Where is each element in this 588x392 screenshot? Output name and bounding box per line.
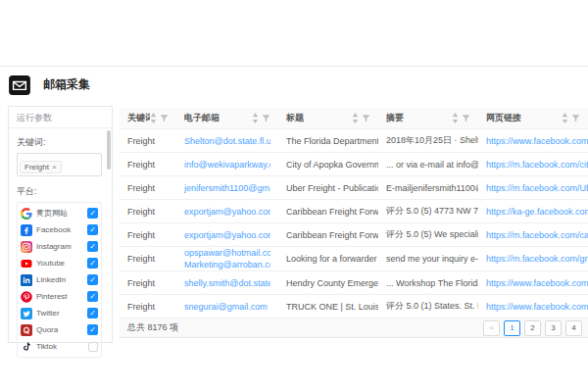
quora-icon bbox=[21, 324, 32, 336]
table-row[interactable]: Freightopspawar@hotmail.comMarketing@arr… bbox=[120, 247, 588, 271]
filter-icon[interactable] bbox=[262, 114, 270, 122]
platform-checkbox[interactable]: ✓ bbox=[87, 224, 98, 235]
cell-title: Caribbean Freight Forwarders, Inc... bbox=[278, 230, 378, 240]
platform-checkbox[interactable]: ✓ bbox=[87, 274, 98, 285]
pagination-page-3[interactable]: 3 bbox=[545, 320, 562, 336]
platform-item[interactable]: Quora✓ bbox=[21, 321, 98, 338]
platform-name: Tiktok bbox=[36, 342, 84, 351]
platform-item[interactable]: LinkedIn✓ bbox=[21, 271, 98, 288]
table-row[interactable]: Freightexportjam@yahoo.comCaribbean Frei… bbox=[120, 200, 588, 223]
platform-checkbox[interactable]: ✓ bbox=[87, 258, 98, 269]
platform-list: 黄页网站✓Facebook✓Instagram✓Youtube✓LinkedIn… bbox=[17, 202, 102, 358]
cell-email: snegurai@gmail.com bbox=[176, 301, 278, 313]
cell-link[interactable]: https://m.facebook.com/groups/... bbox=[478, 254, 588, 264]
platform-item[interactable]: Facebook✓ bbox=[21, 221, 98, 238]
platform-name: 黄页网站 bbox=[36, 208, 83, 219]
cell-link[interactable]: https://www.facebook.com/truck... bbox=[478, 302, 588, 312]
platform-item[interactable]: Tiktok bbox=[21, 338, 98, 355]
sorter-icon[interactable] bbox=[352, 113, 359, 123]
platform-checkbox[interactable]: ✓ bbox=[87, 208, 98, 219]
cell-link[interactable]: https://m.facebook.com/caribbea... bbox=[478, 230, 588, 240]
platform-item[interactable]: Pinterest✓ bbox=[21, 288, 98, 305]
filter-icon[interactable] bbox=[362, 114, 370, 122]
cell-title: TRUCK ONE | St. Louis MO - Face... bbox=[278, 302, 378, 312]
page-title: 邮箱采集 bbox=[43, 76, 90, 93]
cell-summary: 评分 5.0 (1) States. St. Louis. MO. ... bbox=[378, 300, 478, 313]
email-link[interactable]: exportjam@yahoo.com bbox=[184, 206, 270, 218]
column-title: 标题 bbox=[286, 112, 304, 124]
column-header: 标题 bbox=[278, 108, 378, 128]
pagination-page-2[interactable]: 2 bbox=[524, 320, 541, 336]
tag-close-icon[interactable]: × bbox=[52, 163, 57, 172]
platform-checkbox[interactable]: ✓ bbox=[87, 241, 98, 252]
column-header-icons bbox=[150, 113, 169, 123]
scrollbar-thumb[interactable] bbox=[107, 130, 111, 170]
mail-icon bbox=[9, 75, 30, 95]
cell-link[interactable]: https://m.facebook.com/UberFrei... bbox=[478, 183, 588, 193]
keyword-input[interactable]: Freight × bbox=[17, 153, 102, 176]
pagination-page-4[interactable]: 4 bbox=[565, 320, 582, 336]
platform-checkbox[interactable]: ✓ bbox=[87, 308, 98, 318]
cell-keyword: Freight bbox=[120, 278, 176, 288]
sorter-icon[interactable] bbox=[452, 113, 459, 123]
platform-item[interactable]: 黄页网站✓ bbox=[21, 205, 98, 221]
email-link[interactable]: info@wekivaparkway.com bbox=[184, 159, 270, 171]
cell-email: exportjam@yahoo.com bbox=[176, 229, 278, 241]
platform-name: Pinterest bbox=[36, 292, 83, 301]
results-table: 关键词电子邮箱标题摘要网页链接 FreightShelton@dot.state… bbox=[120, 108, 588, 338]
cell-link[interactable]: https://ka-ge.facebook.com/carib... bbox=[478, 207, 588, 217]
keyword-tag: Freight × bbox=[20, 161, 62, 173]
platform-checkbox[interactable]: ✓ bbox=[87, 324, 98, 335]
cell-link[interactable]: https://www.facebook.com/14503... bbox=[478, 136, 588, 146]
email-link[interactable]: jenifersmith1100@gmail.com bbox=[184, 182, 270, 194]
cell-summary: send me your inquiry e-mail opsp... bbox=[378, 254, 478, 264]
table-row[interactable]: Freightexportjam@yahoo.comCaribbean Frei… bbox=[120, 223, 588, 247]
email-link[interactable]: Shelton@dot.state.fl.us bbox=[184, 135, 270, 147]
cell-email: exportjam@yahoo.com bbox=[176, 206, 278, 218]
platform-name: Facebook bbox=[36, 225, 83, 234]
filter-icon[interactable] bbox=[160, 114, 169, 122]
cell-link[interactable]: https://m.facebook.com/cityofap... bbox=[478, 160, 588, 170]
pagination-page-1[interactable]: 1 bbox=[504, 320, 520, 336]
filter-icon[interactable] bbox=[571, 114, 580, 122]
column-header-icons bbox=[452, 113, 470, 123]
keyword-label: 关键词: bbox=[17, 136, 102, 149]
platform-name: Twitter bbox=[36, 309, 83, 318]
panel-body: 关键词: Freight × 平台: 黄页网站✓Facebook✓Instagr… bbox=[9, 128, 112, 342]
platform-checkbox[interactable] bbox=[88, 342, 98, 352]
column-header-icons bbox=[352, 113, 370, 123]
sidebar-scrollbar[interactable] bbox=[107, 130, 111, 338]
cell-keyword: Freight bbox=[120, 136, 176, 146]
platform-item[interactable]: Youtube✓ bbox=[21, 255, 98, 271]
table-row[interactable]: Freightshelly.smith@dot.state.fl.usHendr… bbox=[120, 271, 588, 295]
platform-checkbox[interactable]: ✓ bbox=[87, 291, 98, 302]
cell-summary: 评分 5.0 (5) 4773 NW 72nd Ave. ... bbox=[378, 205, 478, 218]
platform-item[interactable]: Twitter✓ bbox=[21, 305, 98, 321]
table-row[interactable]: FreightShelton@dot.state.fl.usThe Florid… bbox=[120, 129, 588, 153]
table-row[interactable]: Freightsnegurai@gmail.comTRUCK ONE | St.… bbox=[120, 295, 588, 318]
sorter-icon[interactable] bbox=[562, 113, 568, 123]
filter-icon[interactable] bbox=[462, 114, 470, 122]
pagination-prev-button[interactable]: < bbox=[483, 320, 500, 336]
email-link[interactable]: opspawar@hotmail.com bbox=[184, 247, 270, 259]
email-link[interactable]: shelly.smith@dot.state.fl.us bbox=[184, 277, 270, 289]
cell-keyword: Freight bbox=[120, 183, 176, 193]
cell-summary: 2018年10月25日 · Shelton@dot.st... bbox=[378, 134, 478, 147]
cell-title: Caribbean Freight Forwarders, Inc... bbox=[278, 207, 378, 217]
tiktok-icon bbox=[21, 341, 32, 353]
email-link[interactable]: exportjam@yahoo.com bbox=[184, 229, 270, 241]
platform-item[interactable]: Instagram✓ bbox=[21, 238, 98, 255]
cell-keyword: Freight bbox=[120, 160, 176, 170]
email-link[interactable]: snegurai@gmail.com bbox=[184, 301, 270, 313]
table-body: FreightShelton@dot.state.fl.usThe Florid… bbox=[120, 129, 588, 318]
table-row[interactable]: Freightinfo@wekivaparkway.comCity of Apo… bbox=[120, 153, 588, 176]
sorter-icon[interactable] bbox=[150, 113, 157, 123]
email-link[interactable]: Marketing@arroban.com bbox=[184, 259, 270, 270]
table-footer: 总共 8176 项 <1234 bbox=[120, 318, 588, 338]
cell-link[interactable]: https://www.facebook.com/hendr... bbox=[478, 278, 588, 288]
pinterest-icon bbox=[21, 291, 32, 303]
cell-keyword: Freight bbox=[120, 230, 176, 240]
table-row[interactable]: Freightjenifersmith1100@gmail.comUber Fr… bbox=[120, 176, 588, 200]
sorter-icon[interactable] bbox=[252, 113, 259, 123]
youtube-icon bbox=[21, 258, 32, 270]
